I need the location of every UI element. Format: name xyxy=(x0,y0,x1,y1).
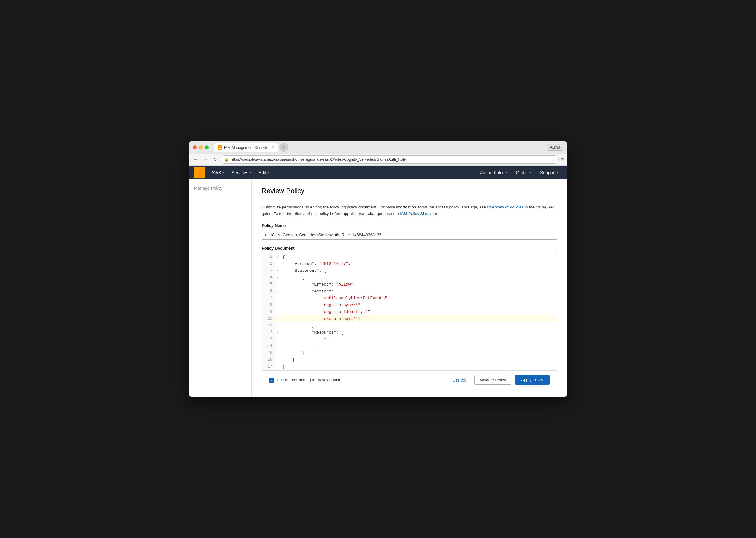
nav-user-arrow: ▾ xyxy=(505,171,507,174)
line-arrow-2 xyxy=(275,260,280,267)
line-num-2: 2 xyxy=(262,260,275,267)
apply-policy-button[interactable]: Apply Policy xyxy=(515,375,549,385)
nav-edit[interactable]: Edit ▾ xyxy=(255,166,273,180)
line-arrow-1: ▾ xyxy=(275,253,280,260)
aws-logo: 🟠 xyxy=(194,167,205,178)
line-arrow-12: ▾ xyxy=(275,329,280,336)
tab-title: IAM Management Console xyxy=(224,145,268,150)
new-tab-button[interactable]: + xyxy=(279,143,288,152)
browser-window: ☁ IAM Management Console ✕ + Auth0 ← → ↻… xyxy=(189,141,567,397)
line-arrow-6: ▾ xyxy=(275,288,280,295)
line-num-3: 3 xyxy=(262,267,275,274)
cancel-button[interactable]: Cancel xyxy=(448,376,471,385)
line-content-2: "Version": "2012-10-17", xyxy=(280,260,557,267)
refresh-button[interactable]: ↻ xyxy=(212,157,218,162)
nav-aws-label: AWS xyxy=(212,170,221,175)
line-arrow-8 xyxy=(275,301,280,308)
line-arrow-5 xyxy=(275,281,280,288)
line-num-9: 9 xyxy=(262,308,275,315)
code-line-3: 3 ▾ "Statement": [ xyxy=(262,267,557,274)
line-arrow-13 xyxy=(275,336,280,343)
nav-edit-arrow: ▾ xyxy=(267,171,269,174)
browser-menu-button[interactable]: ≡ xyxy=(561,157,564,162)
line-content-17: } xyxy=(280,363,557,370)
nav-region-label: Global xyxy=(516,170,528,175)
code-line-4: 4 ▾ { xyxy=(262,274,557,281)
policy-name-value: oneClick_Cognito_ServerlessStoriesAuth_R… xyxy=(265,233,381,237)
line-arrow-11 xyxy=(275,322,280,329)
close-button[interactable] xyxy=(193,145,197,149)
line-content-1: { xyxy=(280,253,557,260)
policy-name-field: oneClick_Cognito_ServerlessStoriesAuth_R… xyxy=(262,230,557,240)
bookmark-icon[interactable]: ☆ xyxy=(551,157,555,162)
code-line-8: 8 "cognito-sync:*", xyxy=(262,301,557,308)
nav-user-label: Adnan Kukic xyxy=(480,170,505,175)
code-editor[interactable]: 1 ▾ { 2 "Version": "2012-10-17", 3 ▾ "St… xyxy=(262,253,557,370)
url-bar: ← → ↻ 🔒 https://console.aws.amazon.com/i… xyxy=(189,154,567,166)
line-content-13: "*" xyxy=(280,336,557,343)
line-num-4: 4 xyxy=(262,274,275,281)
line-arrow-9 xyxy=(275,308,280,315)
title-bar: ☁ IAM Management Console ✕ + Auth0 xyxy=(189,141,567,154)
line-content-3: "Statement": [ xyxy=(280,267,557,274)
tab-favicon: ☁ xyxy=(218,145,222,150)
minimize-button[interactable] xyxy=(199,145,203,149)
line-content-12: "Resource": [ xyxy=(280,329,557,336)
url-field[interactable]: 🔒 https://console.aws.amazon.com/iam/hom… xyxy=(221,155,559,164)
line-content-6: "Action": [ xyxy=(280,288,557,295)
tab-close-button[interactable]: ✕ xyxy=(271,145,274,149)
forward-button[interactable]: → xyxy=(202,157,210,162)
code-line-13: 13 "*" xyxy=(262,336,557,343)
autoformat-checkbox[interactable]: ✓ xyxy=(269,378,274,383)
nav-support[interactable]: Support ▾ xyxy=(537,166,562,180)
footer-bar: ✓ Use autoformatting for policy editing … xyxy=(262,370,557,389)
iam-policy-simulator-link[interactable]: IAM Policy Simulator xyxy=(400,211,437,216)
line-num-16: 16 xyxy=(262,356,275,363)
nav-services[interactable]: Services ▾ xyxy=(228,166,255,180)
nav-support-arrow: ▾ xyxy=(557,171,558,174)
auth0-badge: Auth0 xyxy=(547,144,563,151)
line-arrow-15 xyxy=(275,350,280,356)
line-num-15: 15 xyxy=(262,350,275,356)
nav-aws[interactable]: AWS ▾ xyxy=(208,166,228,180)
line-num-6: 6 xyxy=(262,288,275,295)
line-num-10: 10 xyxy=(262,315,275,322)
main-content: Manage Policy Review Policy Customize pe… xyxy=(189,180,567,397)
line-num-7: 7 xyxy=(262,295,275,301)
nav-user[interactable]: Adnan Kukic ▾ xyxy=(476,166,511,180)
nav-support-label: Support xyxy=(540,170,555,175)
code-line-15: 15 } xyxy=(262,350,557,356)
code-line-17: 17 } xyxy=(262,363,557,370)
sidebar: Manage Policy xyxy=(189,180,251,397)
nav-right: Adnan Kukic ▾ Global ▾ Support ▾ xyxy=(476,166,562,180)
description-text4: . xyxy=(439,211,440,216)
line-content-16: ] xyxy=(280,356,557,363)
code-line-1: 1 ▾ { xyxy=(262,253,557,260)
nav-region[interactable]: Global ▾ xyxy=(512,166,535,180)
autoformat-label: Use autoformatting for policy editing xyxy=(277,378,341,382)
line-content-9: "cognito-identity:*", xyxy=(280,308,557,315)
code-line-12: 12 ▾ "Resource": [ xyxy=(262,329,557,336)
line-num-12: 12 xyxy=(262,329,275,336)
autoformat-wrap: ✓ Use autoformatting for policy editing xyxy=(269,378,445,383)
sidebar-manage-policy: Manage Policy xyxy=(194,186,246,191)
code-line-2: 2 "Version": "2012-10-17", xyxy=(262,260,557,267)
overview-policies-link[interactable]: Overview of Policies xyxy=(487,205,524,209)
line-arrow-4: ▾ xyxy=(275,274,280,281)
description: Customize permissions by editing the fol… xyxy=(262,204,557,217)
active-tab[interactable]: ☁ IAM Management Console ✕ xyxy=(213,143,278,152)
line-arrow-14 xyxy=(275,343,280,350)
line-content-15: } xyxy=(280,350,557,356)
line-arrow-10 xyxy=(275,315,280,322)
validate-policy-button[interactable]: Validate Policy xyxy=(474,375,511,385)
code-line-10: 10 "execute-api:*"| xyxy=(262,315,557,322)
code-line-6: 6 ▾ "Action": [ xyxy=(262,288,557,295)
traffic-lights xyxy=(193,145,209,149)
code-line-5: 5 "Effect": "Allow", xyxy=(262,281,557,288)
policy-doc-label: Policy Document xyxy=(262,246,557,250)
policy-name-label: Policy Name xyxy=(262,223,557,228)
back-button[interactable]: ← xyxy=(192,157,200,162)
line-num-5: 5 xyxy=(262,281,275,288)
maximize-button[interactable] xyxy=(205,145,209,149)
line-arrow-17 xyxy=(275,363,280,370)
